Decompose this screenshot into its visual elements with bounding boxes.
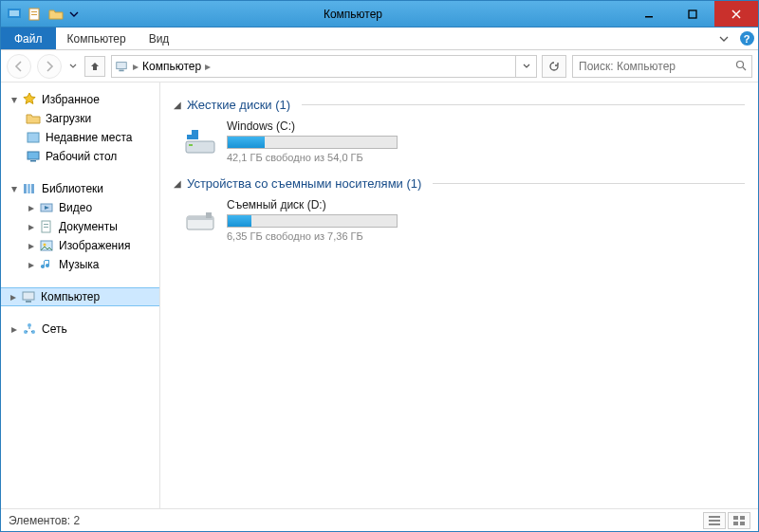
collapse-icon[interactable]: ▾ xyxy=(9,184,19,194)
svg-rect-40 xyxy=(740,522,745,525)
hdd-icon xyxy=(183,124,217,158)
quick-access-toolbar xyxy=(1,7,79,22)
tree-label: Компьютер xyxy=(39,290,100,303)
qat-new-folder-icon[interactable] xyxy=(48,7,64,22)
address-bar[interactable]: ▸ Компьютер ▸ xyxy=(111,55,537,78)
svg-rect-22 xyxy=(23,292,34,300)
drive-free-text: 6,35 ГБ свободно из 7,36 ГБ xyxy=(227,230,417,242)
expand-icon[interactable]: ▸ xyxy=(26,203,36,213)
svg-point-21 xyxy=(44,244,46,247)
recent-locations-dropdown[interactable] xyxy=(67,63,79,70)
group-header-removable[interactable]: ◢ Устройства со съемными носителями (1) xyxy=(174,176,745,191)
svg-rect-15 xyxy=(31,184,34,193)
address-dropdown[interactable] xyxy=(515,56,536,77)
drive-item[interactable]: Windows (C:) 42,1 ГБ свободно из 54,0 ГБ xyxy=(183,119,745,163)
tree-item-music[interactable]: ▸ Музыка xyxy=(1,255,159,274)
tree-label: Изображения xyxy=(57,239,130,252)
breadcrumb-item[interactable]: Компьютер xyxy=(140,60,203,73)
group-header-hdd[interactable]: ◢ Жесткие диски (1) xyxy=(174,98,745,112)
svg-rect-38 xyxy=(740,516,745,520)
star-icon xyxy=(22,92,37,107)
ribbon-expand-button[interactable] xyxy=(713,28,735,49)
qat-dropdown-icon[interactable] xyxy=(69,7,79,22)
tree-group-computer: ▸ Компьютер xyxy=(1,287,159,306)
expand-icon[interactable]: ▸ xyxy=(26,241,36,251)
up-button[interactable] xyxy=(84,56,105,77)
svg-rect-6 xyxy=(689,10,696,18)
svg-rect-5 xyxy=(645,16,653,18)
breadcrumb-separator[interactable]: ▸ xyxy=(203,60,213,73)
svg-rect-30 xyxy=(187,130,192,135)
back-button[interactable] xyxy=(7,54,31,79)
status-bar: Элементов: 2 xyxy=(1,508,758,531)
svg-rect-33 xyxy=(206,212,212,218)
svg-rect-39 xyxy=(733,522,738,525)
removable-disk-icon xyxy=(183,203,217,237)
drive-capacity-bar xyxy=(227,214,398,228)
status-text: Элементов: 2 xyxy=(9,514,80,527)
tree-label: Рабочий стол xyxy=(44,150,117,163)
svg-rect-19 xyxy=(44,227,48,228)
svg-rect-11 xyxy=(28,152,39,159)
tree-item-downloads[interactable]: Загрузки xyxy=(1,109,159,128)
tree-group-favorites: ▾ Избранное Загрузки Недавние места Рабо… xyxy=(1,90,159,166)
tree-item-network[interactable]: ▸ Сеть xyxy=(1,320,159,339)
close-button[interactable] xyxy=(714,1,758,27)
svg-rect-23 xyxy=(26,301,31,303)
file-tab[interactable]: Файл xyxy=(1,28,56,49)
tree-item-video[interactable]: ▸ Видео xyxy=(1,198,159,217)
qat-properties-icon[interactable] xyxy=(28,7,43,22)
svg-rect-14 xyxy=(28,184,30,193)
tree-item-documents[interactable]: ▸ Документы xyxy=(1,217,159,236)
tab-computer[interactable]: Компьютер xyxy=(56,28,138,49)
tree-item-computer[interactable]: ▸ Компьютер xyxy=(1,287,159,306)
forward-button[interactable] xyxy=(37,54,62,79)
tree-label: Документы xyxy=(57,220,118,233)
navigation-bar: ▸ Компьютер ▸ xyxy=(1,50,758,83)
tree-label: Видео xyxy=(57,201,92,214)
svg-rect-18 xyxy=(44,224,48,225)
images-icon xyxy=(39,238,54,253)
collapse-icon[interactable]: ◢ xyxy=(174,178,181,189)
refresh-button[interactable] xyxy=(542,55,566,78)
collapse-icon[interactable]: ◢ xyxy=(174,100,181,110)
help-icon: ? xyxy=(740,31,754,46)
computer-icon xyxy=(21,289,36,304)
view-details-button[interactable] xyxy=(703,512,726,529)
svg-rect-37 xyxy=(733,516,738,520)
svg-rect-36 xyxy=(709,523,720,525)
drive-used-fill xyxy=(228,137,265,148)
breadcrumb-separator[interactable]: ▸ xyxy=(131,60,140,73)
content-pane: ◢ Жесткие диски (1) Windows (C:) 42,1 ГБ… xyxy=(160,83,758,508)
navigation-pane: ▾ Избранное Загрузки Недавние места Рабо… xyxy=(1,83,160,508)
window-controls xyxy=(627,1,758,27)
drive-name: Съемный диск (D:) xyxy=(227,198,417,211)
expand-icon[interactable]: ▸ xyxy=(26,260,36,270)
minimize-button[interactable] xyxy=(627,1,671,27)
expand-icon[interactable]: ▸ xyxy=(26,222,36,232)
svg-rect-10 xyxy=(28,133,39,142)
collapse-icon[interactable]: ▾ xyxy=(9,95,19,105)
music-icon xyxy=(39,257,54,272)
tree-group-libraries: ▾ Библиотеки ▸ Видео ▸ Документы ▸ Изобр… xyxy=(1,179,159,274)
tree-item-favorites[interactable]: ▾ Избранное xyxy=(1,90,159,109)
expand-icon[interactable]: ▸ xyxy=(9,324,19,335)
search-box[interactable] xyxy=(572,55,752,78)
expand-icon[interactable]: ▸ xyxy=(8,292,18,303)
search-input[interactable] xyxy=(573,60,731,73)
search-icon[interactable] xyxy=(731,60,751,72)
view-tiles-button[interactable] xyxy=(728,512,750,529)
maximize-button[interactable] xyxy=(671,1,714,27)
tree-item-recent[interactable]: Недавние места xyxy=(1,128,159,147)
tree-item-libraries[interactable]: ▾ Библиотеки xyxy=(1,179,159,198)
libraries-icon xyxy=(22,181,37,196)
svg-point-26 xyxy=(28,323,31,327)
svg-rect-1 xyxy=(9,10,19,16)
svg-rect-35 xyxy=(709,520,720,522)
tree-item-images[interactable]: ▸ Изображения xyxy=(1,236,159,255)
tab-view[interactable]: Вид xyxy=(138,28,181,49)
recent-icon xyxy=(26,130,41,145)
tree-item-desktop[interactable]: Рабочий стол xyxy=(1,147,159,166)
drive-item[interactable]: Съемный диск (D:) 6,35 ГБ свободно из 7,… xyxy=(183,198,745,242)
help-button[interactable]: ? xyxy=(735,28,758,49)
